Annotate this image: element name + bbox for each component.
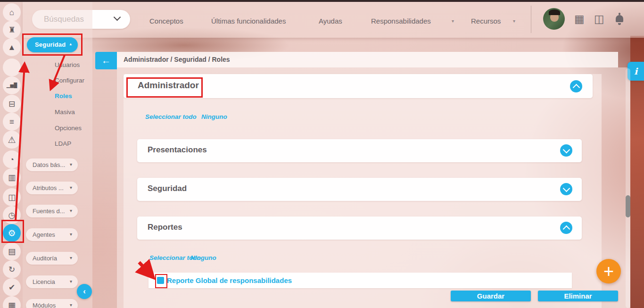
section-presentaciones[interactable]: Presentaciones [137, 139, 582, 162]
group-label: Licencia [33, 278, 55, 285]
sidebar-section-seguridad[interactable]: Seguridad ▴ [27, 37, 78, 52]
sidebar-group-auditoria[interactable]: Auditoría ▾ [26, 252, 78, 265]
breadcrumb: Administrador / Seguridad / Roles [124, 56, 230, 63]
menu-responsabilidades[interactable]: Responsabilidades [371, 17, 431, 25]
none-link[interactable]: Ninguno [201, 113, 227, 120]
notepad-icon[interactable]: ▤ [3, 242, 21, 260]
clock-icon[interactable]: ◷ [3, 206, 21, 224]
chevron-down-icon [562, 146, 570, 153]
chevron-down-icon [114, 14, 121, 21]
caret-down-icon: ▾ [70, 279, 72, 284]
back-button[interactable]: ← [95, 52, 117, 69]
add-button[interactable]: + [596, 259, 621, 283]
caret-down-icon: ▾ [70, 255, 72, 260]
role-panel-header: Administrador [124, 74, 593, 98]
circle-icon[interactable] [3, 58, 21, 76]
caret-down-icon: ▾ [70, 302, 72, 308]
sidebar-item-usuarios[interactable]: Usuarios [55, 61, 80, 68]
group-label: Módulos [33, 302, 56, 308]
sidebar-group-datos-basicos[interactable]: Datos bás... ▾ [26, 158, 78, 171]
calendar-icon[interactable]: ▦ [3, 296, 21, 308]
scrollbar-track[interactable] [626, 68, 630, 308]
report-row: Reporte Global de responsabilidades [149, 273, 572, 288]
delete-button[interactable]: Eliminar [538, 291, 618, 301]
caret-down-icon[interactable]: ▾ [452, 18, 454, 24]
expand-section-button[interactable] [560, 144, 572, 157]
monitor-icon[interactable]: ⊟ [3, 95, 21, 113]
report-checkbox[interactable] [157, 277, 164, 284]
library-icon[interactable]: ◫ [594, 14, 604, 25]
sidebar-item-opciones[interactable]: Opciones [55, 125, 82, 132]
sidebar-item-ldap[interactable]: LDAP [55, 140, 71, 147]
collapse-section-button[interactable] [560, 222, 572, 234]
sidebar-item-roles[interactable]: Roles [55, 92, 72, 100]
user-avatar[interactable] [543, 8, 565, 30]
section-seguridad[interactable]: Seguridad [137, 178, 582, 201]
app-window: Búsquedas Conceptos Últimas funcionalida… [0, 0, 644, 308]
calendar-icon[interactable]: ▦ [574, 14, 585, 25]
report-label[interactable]: Reporte Global de responsabilidades [167, 276, 292, 284]
sidebar-group-modulos[interactable]: Módulos ▾ [26, 299, 78, 308]
section-label: Seguridad [148, 184, 187, 193]
breadcrumb-bar: Administrador / Seguridad / Roles [117, 52, 618, 67]
library-icon[interactable]: ◫ [3, 188, 21, 206]
group-label: Fuentes d... [33, 208, 65, 215]
group-label: Agentes [33, 231, 55, 238]
sidebar-group-atributos[interactable]: Atributos ... ▾ [26, 182, 78, 194]
caret-up-icon: ▴ [69, 42, 72, 46]
gear-icon[interactable]: ⚙ [3, 224, 21, 242]
menu-conceptos[interactable]: Conceptos [149, 17, 183, 25]
save-button[interactable]: Guardar [451, 291, 531, 301]
sync-icon[interactable]: ↻ [3, 260, 21, 278]
top-bar: Búsquedas Conceptos Últimas funcionalida… [23, 2, 644, 38]
sidebar-section-label: Seguridad [35, 41, 66, 48]
warning-icon[interactable]: ⚠ [3, 131, 21, 149]
sidebar-item-configurar[interactable]: Configurar [55, 77, 84, 84]
section-label: Reportes [148, 223, 182, 232]
none-link[interactable]: Ninguno [190, 254, 216, 261]
sidebar-collapse-button[interactable]: ‹ [77, 284, 92, 299]
chevron-down-icon [562, 184, 570, 192]
cone-icon[interactable]: ▲ [3, 38, 21, 56]
bell-icon[interactable] [616, 15, 623, 22]
caret-down-icon[interactable]: ▾ [513, 18, 515, 24]
sidebar-group-fuentes[interactable]: Fuentes d... ▾ [26, 205, 78, 217]
collapse-role-button[interactable] [570, 80, 582, 92]
check-icon[interactable]: ✔ [3, 278, 21, 296]
bar-chart-icon[interactable]: ▁▅█ [3, 76, 21, 94]
select-all-link[interactable]: Seleccionar todo [145, 113, 197, 120]
group-label: Atributos ... [33, 184, 64, 191]
section-reportes[interactable]: Reportes [137, 216, 582, 240]
scrollbar-thumb[interactable] [626, 195, 630, 217]
home-icon[interactable]: ⌂ [3, 3, 21, 21]
caret-down-icon: ▾ [70, 208, 72, 213]
menu-ayudas[interactable]: Ayudas [319, 17, 342, 25]
group-label: Auditoría [33, 255, 57, 262]
caret-down-icon: ▾ [70, 162, 72, 167]
sidebar-group-licencia[interactable]: Licencia ▾ [26, 275, 78, 288]
sidebar-item-masiva[interactable]: Masiva [55, 108, 75, 116]
topbar-divider [531, 6, 531, 33]
chevron-up-icon [572, 83, 580, 91]
caret-down-icon: ▾ [70, 185, 72, 190]
group-label: Datos bás... [33, 161, 65, 168]
briefcase-icon[interactable]: ▥ [3, 168, 21, 186]
menu-ultimas-funcionalidades[interactable]: Últimas funcionalidades [211, 17, 286, 25]
sidebar: Seguridad ▴ Usuarios Configurar Roles Ma… [23, 2, 92, 308]
expand-section-button[interactable] [560, 183, 572, 195]
page-title: Administrador [138, 80, 199, 91]
pie-chart-icon[interactable]: ◔ [3, 150, 21, 168]
icon-rail: ⌂ ♜ ▲ ▁▅█ ⊟ ≡ ⚠ ◔ ▥ ◫ ◷ ⚙ ▤ ↻ ✔ ▦ [0, 2, 23, 308]
chevron-up-icon [562, 225, 570, 233]
caret-down-icon: ▾ [70, 232, 72, 237]
sidebar-group-agentes[interactable]: Agentes ▾ [26, 228, 78, 241]
menu-recursos[interactable]: Recursos [471, 17, 501, 25]
align-icon[interactable]: ≡ [3, 113, 21, 131]
section-label: Presentaciones [148, 145, 207, 155]
rook-icon[interactable]: ♜ [3, 21, 21, 39]
